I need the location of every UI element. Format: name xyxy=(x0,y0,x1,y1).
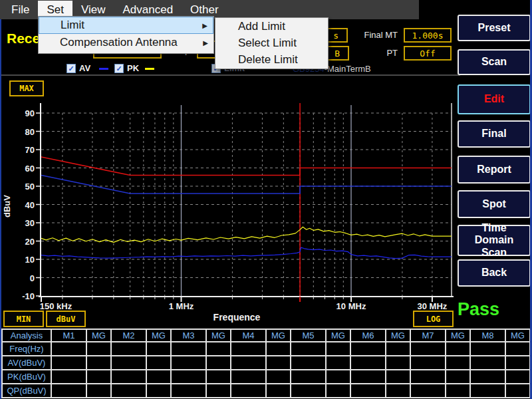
select-limit-menu-item[interactable]: Select Limit xyxy=(215,35,328,51)
time-domain-scan-button[interactable]: Time Domain Scan xyxy=(458,225,531,256)
add-limit-menu-item[interactable]: Add Limit xyxy=(215,18,328,35)
data-cell xyxy=(410,356,446,370)
column-header: MG xyxy=(446,329,470,342)
data-cell xyxy=(266,342,291,356)
column-header: M8 xyxy=(470,329,505,342)
pk-checkbox-label: PK xyxy=(127,63,139,73)
pt-field[interactable]: Off xyxy=(404,46,452,61)
data-cell xyxy=(410,370,446,384)
y-tick-label: 30 xyxy=(25,218,35,228)
x-tick-label: 150 kHz xyxy=(40,301,72,311)
header-separator xyxy=(0,74,460,76)
edit-button[interactable]: Edit xyxy=(458,84,531,114)
data-cell xyxy=(446,370,470,384)
av-checkbox[interactable]: ✓ xyxy=(66,64,76,73)
submenu-arrow-icon: ▶ xyxy=(203,39,208,47)
data-cell xyxy=(146,370,171,384)
column-header: M1 xyxy=(51,329,86,342)
data-cell xyxy=(86,384,111,398)
column-header: M2 xyxy=(111,329,146,342)
data-cell xyxy=(446,342,470,356)
trace-av xyxy=(41,247,452,259)
av-trace-color-swatch xyxy=(99,68,108,70)
data-cell xyxy=(291,342,326,356)
data-cell xyxy=(291,356,326,370)
emi-receiver-app: { "menu_bar": { "items": [ {"label": "Fi… xyxy=(0,0,532,399)
data-cell xyxy=(171,356,206,370)
y-tick-label: 90 xyxy=(25,108,35,118)
set-menu-item-limit[interactable]: Limit▶ xyxy=(39,17,213,34)
data-cell xyxy=(266,384,291,398)
y-axis-title: dBuV xyxy=(2,195,12,217)
trace-qp-limit xyxy=(41,157,452,176)
column-header: MG xyxy=(266,329,291,342)
column-header: MG xyxy=(86,329,111,342)
column-header: MG xyxy=(146,329,171,342)
spot-button[interactable]: Spot xyxy=(458,190,531,218)
column-header: M6 xyxy=(350,329,386,342)
data-cell xyxy=(505,356,530,370)
data-cell xyxy=(206,370,231,384)
back-button[interactable]: Back xyxy=(458,259,531,287)
final-mt-field[interactable]: 1.000s xyxy=(404,28,452,43)
row-label: PK(dBuV) xyxy=(2,370,51,384)
data-cell xyxy=(51,356,86,370)
data-cell xyxy=(410,384,446,398)
column-header: Analysis xyxy=(2,329,51,342)
scan-chart: -100102030405060708090150 kHz1 MHz10 MHz… xyxy=(0,98,460,330)
report-button[interactable]: Report xyxy=(458,156,531,184)
data-cell xyxy=(350,384,386,398)
final-button[interactable]: Final xyxy=(458,120,531,148)
scan-button[interactable]: Scan xyxy=(458,49,531,75)
data-cell xyxy=(266,370,291,384)
data-cell xyxy=(171,384,206,398)
limit-flyout-menu: Add LimitSelect LimitDelete Limit xyxy=(215,17,329,69)
data-cell xyxy=(326,370,350,384)
final-mt-label: Final MT xyxy=(346,30,398,40)
data-cell xyxy=(111,342,146,356)
y-tick-label: 50 xyxy=(25,182,35,192)
data-cell xyxy=(86,356,111,370)
y-tick-label: 0 xyxy=(30,273,35,283)
data-cell xyxy=(206,384,231,398)
data-cell xyxy=(266,356,291,370)
submenu-arrow-icon: ▶ xyxy=(202,22,207,29)
pk-checkbox[interactable]: ✓ xyxy=(114,64,124,73)
results-table-wrap: AnalysisM1MGM2MGM3MGM4MGM5MGM6MGM7MGM8MG… xyxy=(1,329,531,398)
data-cell xyxy=(470,370,505,384)
data-cell xyxy=(410,342,446,356)
data-cell xyxy=(350,356,386,370)
column-header: M5 xyxy=(291,329,326,342)
data-cell xyxy=(171,370,206,384)
column-header: M7 xyxy=(410,329,446,342)
data-cell xyxy=(326,384,350,398)
data-cell xyxy=(111,356,146,370)
data-cell xyxy=(446,384,470,398)
column-header: MG xyxy=(505,329,530,342)
preset-button[interactable]: Preset xyxy=(458,15,531,41)
data-cell xyxy=(470,356,505,370)
data-cell xyxy=(111,370,146,384)
pass-status: Pass xyxy=(458,299,499,320)
menu-item-label: Delete Limit xyxy=(238,53,298,66)
limit-name-suffix: -MainTermB xyxy=(325,64,371,74)
data-cell xyxy=(291,384,326,398)
data-cell xyxy=(231,370,266,384)
x-tick-label: 10 MHz xyxy=(336,301,366,311)
data-cell xyxy=(505,342,530,356)
data-cell xyxy=(86,370,111,384)
y-tick-label: -10 xyxy=(22,291,35,301)
table-header-row: AnalysisM1MGM2MGM3MGM4MGM5MGM6MGM7MGM8MG xyxy=(2,329,530,342)
column-header: M4 xyxy=(231,329,266,342)
menu-item-file[interactable]: File xyxy=(3,1,38,19)
y-tick-label: 40 xyxy=(25,200,35,210)
data-cell xyxy=(51,342,86,356)
data-cell xyxy=(386,384,410,398)
set-menu-item-compensation[interactable]: Compensation Antenna▶ xyxy=(39,34,213,51)
results-table: AnalysisM1MGM2MGM3MGM4MGM5MGM6MGM7MGM8MG… xyxy=(1,329,531,398)
menu-item-label: Limit xyxy=(61,19,84,32)
max-button[interactable]: MAX xyxy=(9,80,44,96)
delete-limit-menu-item[interactable]: Delete Limit xyxy=(215,51,328,68)
row-label: Freq(Hz) xyxy=(2,342,51,356)
data-cell xyxy=(51,370,86,384)
